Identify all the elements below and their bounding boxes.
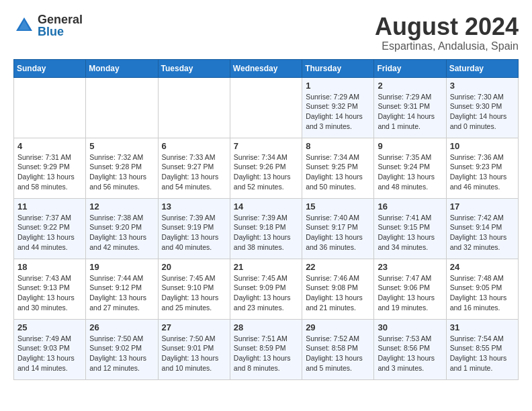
calendar-cell: 8Sunrise: 7:34 AM Sunset: 9:25 PM Daylig… bbox=[302, 138, 374, 198]
day-content: Sunrise: 7:38 AM Sunset: 9:20 PM Dayligh… bbox=[89, 213, 154, 253]
day-number: 5 bbox=[89, 141, 154, 151]
header-monday: Monday bbox=[86, 59, 158, 77]
day-content: Sunrise: 7:54 AM Sunset: 8:55 PM Dayligh… bbox=[450, 334, 515, 373]
day-content: Sunrise: 7:51 AM Sunset: 8:59 PM Dayligh… bbox=[234, 334, 298, 373]
logo-blue-text: Blue bbox=[38, 26, 83, 38]
day-content: Sunrise: 7:46 AM Sunset: 9:08 PM Dayligh… bbox=[306, 273, 370, 313]
day-content: Sunrise: 7:33 AM Sunset: 9:27 PM Dayligh… bbox=[162, 152, 226, 192]
calendar-cell: 11Sunrise: 7:37 AM Sunset: 9:22 PM Dayli… bbox=[14, 198, 86, 259]
day-number: 16 bbox=[378, 201, 442, 212]
day-content: Sunrise: 7:50 AM Sunset: 9:02 PM Dayligh… bbox=[89, 334, 154, 373]
calendar-cell: 14Sunrise: 7:39 AM Sunset: 9:18 PM Dayli… bbox=[230, 198, 302, 259]
calendar-cell: 21Sunrise: 7:45 AM Sunset: 9:09 PM Dayli… bbox=[230, 259, 302, 319]
logo: General Blue bbox=[13, 13, 83, 38]
calendar-header-row: SundayMondayTuesdayWednesdayThursdayFrid… bbox=[14, 59, 519, 77]
day-content: Sunrise: 7:45 AM Sunset: 9:09 PM Dayligh… bbox=[234, 273, 298, 313]
calendar-cell: 5Sunrise: 7:32 AM Sunset: 9:28 PM Daylig… bbox=[86, 138, 158, 198]
day-number: 22 bbox=[306, 262, 370, 272]
day-number: 1 bbox=[306, 81, 370, 91]
day-content: Sunrise: 7:34 AM Sunset: 9:26 PM Dayligh… bbox=[234, 152, 298, 192]
header-friday: Friday bbox=[374, 59, 446, 77]
day-content: Sunrise: 7:35 AM Sunset: 9:24 PM Dayligh… bbox=[378, 152, 442, 192]
day-number: 27 bbox=[162, 322, 226, 332]
calendar-cell: 18Sunrise: 7:43 AM Sunset: 9:13 PM Dayli… bbox=[14, 259, 86, 319]
header-tuesday: Tuesday bbox=[158, 59, 230, 77]
calendar-cell: 22Sunrise: 7:46 AM Sunset: 9:08 PM Dayli… bbox=[302, 259, 374, 319]
day-content: Sunrise: 7:40 AM Sunset: 9:17 PM Dayligh… bbox=[306, 213, 370, 253]
page-header: General Blue August 2024 Espartinas, And… bbox=[13, 13, 519, 52]
calendar-week-row: 18Sunrise: 7:43 AM Sunset: 9:13 PM Dayli… bbox=[14, 259, 519, 319]
day-number: 13 bbox=[162, 201, 226, 212]
day-number: 30 bbox=[378, 322, 442, 332]
calendar-cell: 16Sunrise: 7:41 AM Sunset: 9:15 PM Dayli… bbox=[374, 198, 446, 259]
day-number: 19 bbox=[89, 262, 154, 272]
location-subtitle: Espartinas, Andalusia, Spain bbox=[375, 40, 519, 52]
day-number: 15 bbox=[306, 201, 370, 212]
day-number: 6 bbox=[162, 141, 226, 151]
calendar-cell: 26Sunrise: 7:50 AM Sunset: 9:02 PM Dayli… bbox=[86, 319, 158, 379]
day-number: 26 bbox=[89, 322, 154, 332]
day-number: 24 bbox=[450, 262, 515, 272]
calendar-cell: 27Sunrise: 7:50 AM Sunset: 9:01 PM Dayli… bbox=[158, 319, 230, 379]
calendar-cell: 30Sunrise: 7:53 AM Sunset: 8:56 PM Dayli… bbox=[374, 319, 446, 379]
day-number: 9 bbox=[378, 141, 442, 151]
day-content: Sunrise: 7:49 AM Sunset: 9:03 PM Dayligh… bbox=[17, 334, 82, 373]
calendar-week-row: 1Sunrise: 7:29 AM Sunset: 9:32 PM Daylig… bbox=[14, 77, 519, 138]
calendar-cell: 28Sunrise: 7:51 AM Sunset: 8:59 PM Dayli… bbox=[230, 319, 302, 379]
day-content: Sunrise: 7:44 AM Sunset: 9:12 PM Dayligh… bbox=[89, 273, 154, 313]
day-content: Sunrise: 7:32 AM Sunset: 9:28 PM Dayligh… bbox=[89, 152, 154, 192]
day-content: Sunrise: 7:30 AM Sunset: 9:30 PM Dayligh… bbox=[450, 92, 515, 132]
calendar-cell: 3Sunrise: 7:30 AM Sunset: 9:30 PM Daylig… bbox=[446, 77, 518, 138]
header-sunday: Sunday bbox=[14, 59, 86, 77]
calendar-cell bbox=[86, 77, 158, 138]
day-number: 11 bbox=[17, 201, 82, 212]
day-number: 28 bbox=[234, 322, 298, 332]
day-number: 21 bbox=[234, 262, 298, 272]
calendar-cell: 29Sunrise: 7:52 AM Sunset: 8:58 PM Dayli… bbox=[302, 319, 374, 379]
calendar-cell: 13Sunrise: 7:39 AM Sunset: 9:19 PM Dayli… bbox=[158, 198, 230, 259]
calendar-cell: 19Sunrise: 7:44 AM Sunset: 9:12 PM Dayli… bbox=[86, 259, 158, 319]
day-content: Sunrise: 7:39 AM Sunset: 9:18 PM Dayligh… bbox=[234, 213, 298, 253]
calendar-week-row: 11Sunrise: 7:37 AM Sunset: 9:22 PM Dayli… bbox=[14, 198, 519, 259]
calendar-cell: 9Sunrise: 7:35 AM Sunset: 9:24 PM Daylig… bbox=[374, 138, 446, 198]
day-content: Sunrise: 7:39 AM Sunset: 9:19 PM Dayligh… bbox=[162, 213, 226, 253]
day-number: 14 bbox=[234, 201, 298, 212]
day-content: Sunrise: 7:47 AM Sunset: 9:06 PM Dayligh… bbox=[378, 273, 442, 313]
day-number: 17 bbox=[450, 201, 515, 212]
day-content: Sunrise: 7:42 AM Sunset: 9:14 PM Dayligh… bbox=[450, 213, 515, 253]
day-number: 2 bbox=[378, 81, 442, 91]
day-number: 20 bbox=[162, 262, 226, 272]
day-content: Sunrise: 7:41 AM Sunset: 9:15 PM Dayligh… bbox=[378, 213, 442, 253]
calendar-cell: 31Sunrise: 7:54 AM Sunset: 8:55 PM Dayli… bbox=[446, 319, 518, 379]
calendar-week-row: 4Sunrise: 7:31 AM Sunset: 9:29 PM Daylig… bbox=[14, 138, 519, 198]
header-saturday: Saturday bbox=[446, 59, 518, 77]
calendar-cell: 17Sunrise: 7:42 AM Sunset: 9:14 PM Dayli… bbox=[446, 198, 518, 259]
day-number: 18 bbox=[17, 262, 82, 272]
calendar-table: SundayMondayTuesdayWednesdayThursdayFrid… bbox=[13, 59, 519, 380]
calendar-cell: 24Sunrise: 7:48 AM Sunset: 9:05 PM Dayli… bbox=[446, 259, 518, 319]
calendar-cell: 25Sunrise: 7:49 AM Sunset: 9:03 PM Dayli… bbox=[14, 319, 86, 379]
logo-text: General Blue bbox=[38, 13, 83, 38]
calendar-cell: 4Sunrise: 7:31 AM Sunset: 9:29 PM Daylig… bbox=[14, 138, 86, 198]
day-content: Sunrise: 7:48 AM Sunset: 9:05 PM Dayligh… bbox=[450, 273, 515, 313]
calendar-cell: 1Sunrise: 7:29 AM Sunset: 9:32 PM Daylig… bbox=[302, 77, 374, 138]
day-content: Sunrise: 7:50 AM Sunset: 9:01 PM Dayligh… bbox=[162, 334, 226, 373]
calendar-cell: 6Sunrise: 7:33 AM Sunset: 9:27 PM Daylig… bbox=[158, 138, 230, 198]
day-number: 3 bbox=[450, 81, 515, 91]
logo-general-text: General bbox=[38, 13, 83, 26]
day-number: 23 bbox=[378, 262, 442, 272]
day-content: Sunrise: 7:29 AM Sunset: 9:32 PM Dayligh… bbox=[306, 92, 370, 132]
day-content: Sunrise: 7:43 AM Sunset: 9:13 PM Dayligh… bbox=[17, 273, 82, 313]
day-content: Sunrise: 7:53 AM Sunset: 8:56 PM Dayligh… bbox=[378, 334, 442, 373]
calendar-cell bbox=[158, 77, 230, 138]
calendar-cell: 12Sunrise: 7:38 AM Sunset: 9:20 PM Dayli… bbox=[86, 198, 158, 259]
calendar-cell: 2Sunrise: 7:29 AM Sunset: 9:31 PM Daylig… bbox=[374, 77, 446, 138]
day-number: 8 bbox=[306, 141, 370, 151]
day-number: 25 bbox=[17, 322, 82, 332]
day-number: 29 bbox=[306, 322, 370, 332]
calendar-cell: 23Sunrise: 7:47 AM Sunset: 9:06 PM Dayli… bbox=[374, 259, 446, 319]
day-content: Sunrise: 7:34 AM Sunset: 9:25 PM Dayligh… bbox=[306, 152, 370, 192]
calendar-cell: 7Sunrise: 7:34 AM Sunset: 9:26 PM Daylig… bbox=[230, 138, 302, 198]
day-content: Sunrise: 7:52 AM Sunset: 8:58 PM Dayligh… bbox=[306, 334, 370, 373]
calendar-cell: 15Sunrise: 7:40 AM Sunset: 9:17 PM Dayli… bbox=[302, 198, 374, 259]
